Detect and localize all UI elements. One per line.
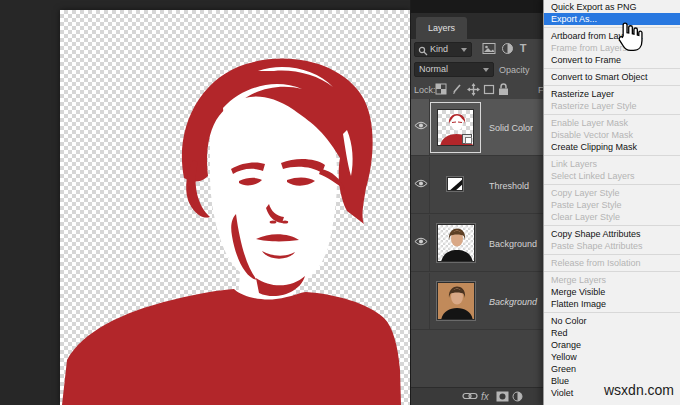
menu-item-disable-vector-mask: Disable Vector Mask [544,129,680,141]
fill-layer-badge-icon [462,134,472,144]
menu-item-clear-layer-style: Clear Layer Style [544,211,680,223]
visibility-toggle[interactable] [411,99,430,155]
menu-item-paste-layer-style: Paste Layer Style [544,199,680,211]
layer-thumbnail-original-photo[interactable] [437,282,475,320]
lock-position-move-icon[interactable] [467,83,480,96]
add-layer-mask-icon[interactable] [496,391,509,404]
layer-filter-kind-select[interactable]: Kind [414,42,472,57]
eye-icon [414,120,428,131]
lock-all-icon[interactable] [498,83,511,96]
visibility-toggle[interactable] [411,215,430,271]
chevron-down-icon [483,68,489,72]
menu-separator [544,254,680,255]
menu-separator [544,68,680,69]
menu-item-no-color[interactable]: No Color [544,315,680,327]
menu-item-link-layers: Link Layers [544,158,680,170]
eye-icon [414,178,428,189]
lock-paint-brush-icon[interactable] [451,83,464,96]
menu-item-convert-to-smart-object[interactable]: Convert to Smart Object [544,71,680,83]
pixel-layer-filter-icon[interactable] [481,42,497,57]
type-layer-filter-icon[interactable]: T [515,42,531,57]
layer-thumbnail-solid-color[interactable] [437,109,474,146]
menu-separator [544,312,680,313]
menu-separator [544,114,680,115]
menu-separator [544,85,680,86]
chevron-down-icon [461,48,467,52]
menu-item-merge-visible[interactable]: Merge Visible [544,286,680,298]
tab-layers[interactable]: Layers [416,17,467,39]
menu-item-convert-to-frame[interactable]: Convert to Frame [544,54,680,66]
layer-effects-fx-icon[interactable]: fx [481,391,489,402]
menu-separator [544,27,680,28]
layer-thumbnail-photo-cutout[interactable] [437,224,475,262]
menu-item-rasterize-layer-style: Rasterize Layer Style [544,100,680,112]
menu-item-artboard-from-layers[interactable]: Artboard from Layers... [544,30,680,42]
menu-separator [544,225,680,226]
search-icon [418,46,428,56]
layer-name: Threshold [489,181,529,191]
layer-name: Solid Color [489,123,533,133]
kind-label: Kind [430,44,448,54]
new-adjustment-layer-icon[interactable] [512,391,523,404]
selected-thumbnail-frame [430,102,481,153]
menu-item-copy-shape-attributes[interactable]: Copy Shape Attributes [544,228,680,240]
menu-item-select-linked-layers: Select Linked Layers [544,170,680,182]
eye-icon [414,236,428,247]
menu-item-paste-shape-attributes: Paste Shape Attributes [544,240,680,252]
menu-item-quick-export-as-png[interactable]: Quick Export as PNG [544,1,680,13]
document-canvas[interactable] [60,10,410,405]
menu-item-frame-from-layers: Frame from Layers... [544,42,680,54]
lock-label: Lock: [414,85,436,95]
adjustment-layer-filter-icon[interactable] [499,42,515,57]
menu-item-enable-layer-mask: Enable Layer Mask [544,117,680,129]
layer-name: Background [489,239,537,249]
layer-context-menu: Quick Export as PNGExport As...Artboard … [543,0,680,405]
menu-separator [544,271,680,272]
menu-item-rasterize-layer[interactable]: Rasterize Layer [544,88,680,100]
menu-item-red[interactable]: Red [544,327,680,339]
watermark: wsxdn.com [604,382,674,398]
menu-item-create-clipping-mask[interactable]: Create Clipping Mask [544,141,680,153]
lock-artboard-icon[interactable] [483,83,496,96]
menu-item-yellow[interactable]: Yellow [544,351,680,363]
portrait-artwork [60,10,410,405]
threshold-adjustment-icon[interactable] [447,177,463,191]
visibility-toggle-off[interactable] [411,273,430,329]
menu-item-release-from-isolation: Release from Isolation [544,257,680,269]
menu-separator [544,155,680,156]
menu-item-orange[interactable]: Orange [544,339,680,351]
menu-item-flatten-image[interactable]: Flatten Image [544,298,680,310]
menu-item-copy-layer-style: Copy Layer Style [544,187,680,199]
menu-separator [544,184,680,185]
menu-item-export-as[interactable]: Export As... [544,13,680,25]
menu-item-merge-layers: Merge Layers [544,274,680,286]
menu-item-green[interactable]: Green [544,363,680,375]
blend-mode-select[interactable]: Normal [414,62,494,77]
opacity-label: Opacity [499,65,530,75]
layer-name: Background [489,297,537,307]
lock-transparency-icon[interactable] [435,83,448,96]
blend-mode-value: Normal [419,64,448,74]
link-layers-icon[interactable] [462,391,478,403]
hand-cursor-icon [613,20,643,54]
visibility-toggle[interactable] [411,157,430,213]
